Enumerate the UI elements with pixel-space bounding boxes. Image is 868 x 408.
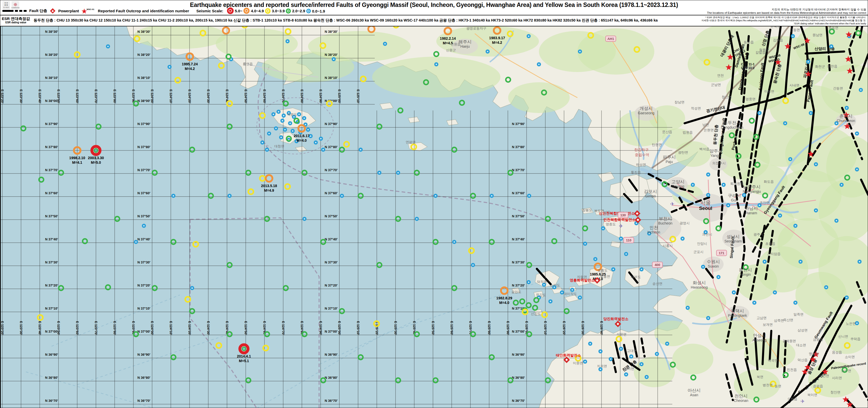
place-label: 동면 — [775, 384, 781, 388]
forest-area — [708, 315, 754, 351]
place-label: 오창읍 — [787, 397, 798, 401]
svg-text:N 37°20': N 37°20' — [325, 283, 338, 287]
svg-text:N 37°00': N 37°00' — [512, 330, 525, 333]
svg-text:춘천시: 춘천시 — [840, 114, 852, 118]
forest-area — [654, 320, 690, 346]
svg-text:N 37°60': N 37°60' — [512, 191, 525, 195]
svg-text:N 37°90': N 37°90' — [45, 122, 58, 126]
place-label: 진천읍 — [787, 368, 797, 372]
place-label: 선갑도 — [531, 312, 541, 316]
svg-text:N 38°30': N 38°30' — [137, 30, 150, 34]
place-label: 소야도 — [550, 283, 560, 287]
svg-text:N 37°00': N 37°00' — [325, 330, 338, 333]
place-label: 탄현면 — [652, 143, 662, 146]
place-label: 고삼면 — [757, 316, 767, 320]
place-label: 청산면 — [722, 95, 732, 99]
place-label: 통진읍 — [631, 170, 641, 174]
place-label: 문갑도 — [536, 293, 546, 297]
svg-text:E 124°90': E 124°90' — [319, 321, 322, 335]
place-label: 근동면 — [790, 28, 800, 32]
svg-text:N 38°10': N 38°10' — [137, 76, 150, 80]
powerplant-name-label: 태안화력발전소 — [556, 353, 581, 357]
svg-text:N 36°70': N 36°70' — [325, 399, 338, 403]
forest-area — [262, 52, 354, 82]
place-label: 영흥도 — [598, 268, 608, 272]
seismic-class-label: 5.0~ — [235, 9, 243, 13]
place-label: 조안면 — [760, 201, 770, 205]
svg-text:E 123°30': E 123°30' — [19, 321, 23, 335]
seismic-class-label: 4.0~4.9 — [251, 9, 264, 13]
outcrop-legend-label: Reported Fault Outcrop and identificatio… — [98, 9, 189, 13]
place-label: Paju — [665, 160, 673, 164]
place-label: 북도면 — [594, 209, 604, 213]
svg-text:김포시: 김포시 — [644, 189, 657, 194]
earthquake-magnitude-label: M=4.2 — [185, 67, 195, 71]
place-label: 백석읍 — [700, 147, 710, 151]
svg-text:E 126°20': E 126°20' — [562, 321, 566, 335]
seismic-scale-items: 5.0~4.0~4.93.0~3.92.0~2.90.0~1.9 — [226, 7, 325, 14]
svg-text:N 38°30': N 38°30' — [45, 30, 58, 34]
svg-text:인천: 인천 — [649, 225, 658, 230]
svg-text:E 123°70': E 123°70' — [94, 321, 98, 335]
place-label: 관인면 — [744, 66, 754, 70]
seismic-class: 3.0~3.9 — [265, 8, 285, 14]
svg-text:E 124°50': E 124°50' — [244, 90, 248, 104]
earthquake-date-label: 1983.9.17 — [489, 36, 505, 40]
earthquake-magnitude-label: M=4.0 — [297, 138, 307, 142]
svg-text:E 124°80': E 124°80' — [300, 90, 304, 104]
airport-icon: ✈ — [801, 399, 805, 404]
svg-text:파주시: 파주시 — [663, 155, 676, 160]
earthquake-magnitude-label: M=4.0 — [499, 301, 509, 305]
place-label: 화천읍 — [828, 64, 837, 68]
seismic-class-label: 2.0~2.9 — [292, 9, 305, 13]
svg-text:N 36°70': N 36°70' — [512, 399, 525, 403]
svg-text:N 36°90': N 36°90' — [512, 353, 525, 356]
place-label: 화도읍 — [764, 180, 774, 183]
svg-text:N 37°40': N 37°40' — [512, 237, 525, 241]
place-label: Cheonan — [734, 399, 748, 403]
place-label: 간동면 — [833, 87, 843, 90]
place-label: 광혜원면 — [783, 339, 796, 343]
seismic-class: 0.0~1.9 — [306, 9, 325, 13]
svg-text:E 123°60': E 123°60' — [75, 90, 79, 104]
svg-text:N 37°40': N 37°40' — [137, 237, 150, 241]
svg-text:E 123°60': E 123°60' — [75, 321, 79, 335]
fault-outcrop-star-icon: ★WSC-01 — [82, 8, 95, 13]
place-label: Hanam — [745, 211, 757, 215]
place-label: 동송읍 — [744, 40, 754, 44]
airport-icon: ✈ — [670, 201, 675, 207]
svg-text:N 37°30': N 37°30' — [45, 260, 58, 264]
place-label: 백곡면 — [768, 359, 778, 362]
svg-text:N 37°80': N 37°80' — [512, 145, 525, 149]
svg-text:E 125°10': E 125°10' — [356, 90, 360, 104]
place-label: 법원읍 — [683, 131, 693, 134]
place-label: 연평면 — [406, 140, 416, 144]
svg-text:N 37°30': N 37°30' — [137, 260, 150, 264]
disclaimer-english: The locations of Earthquake epicenters a… — [707, 11, 866, 14]
svg-text:평택시: 평택시 — [731, 309, 744, 313]
svg-text:하남시: 하남시 — [745, 206, 758, 211]
place-label: Goyang — [672, 184, 684, 189]
svg-text:E 123°50': E 123°50' — [57, 90, 60, 104]
outcrop-id-sample: WSC-01 — [87, 8, 94, 10]
svg-text:개성시: 개성시 — [640, 106, 653, 111]
svg-text:남양주시: 남양주시 — [743, 184, 761, 190]
airport-icon: ✈ — [619, 223, 623, 229]
svg-text:N 38°10': N 38°10' — [325, 76, 338, 80]
svg-text:동두천시: 동두천시 — [723, 121, 741, 125]
place-label: 대부도 — [631, 275, 641, 279]
svg-text:화성시: 화성시 — [693, 280, 706, 285]
svg-text:N 37°40': N 37°40' — [45, 237, 58, 241]
svg-text:E 124°70': E 124°70' — [281, 321, 285, 335]
place-label: 소이면 — [845, 355, 855, 359]
place-label: 장남면 — [675, 100, 685, 104]
svg-text:N 37°80': N 37°80' — [45, 145, 58, 149]
place-label: 곤지암읍 — [767, 252, 780, 256]
place-label: 중립수역 — [635, 153, 649, 157]
place-label: Yangju — [711, 154, 721, 158]
svg-text:N 36°80': N 36°80' — [137, 376, 150, 379]
place-label: 송산면 — [653, 282, 662, 285]
place-label: 신도 — [604, 210, 611, 214]
place-label: Yongin — [740, 272, 751, 276]
earthquake-date-label: 1995.7.24 — [182, 62, 198, 66]
